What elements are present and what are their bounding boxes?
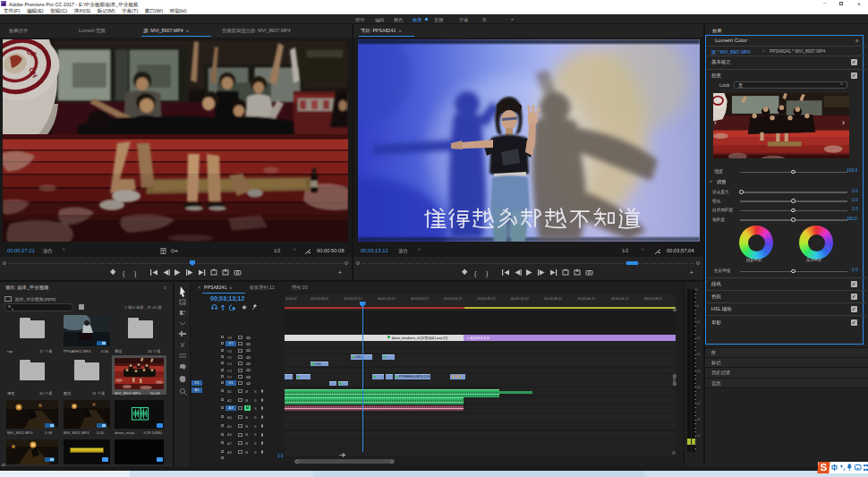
svg-text:}: } (134, 270, 137, 277)
svg-text:}: } (486, 270, 489, 277)
svg-text:{: { (474, 270, 477, 277)
svg-text:{: { (123, 270, 125, 277)
